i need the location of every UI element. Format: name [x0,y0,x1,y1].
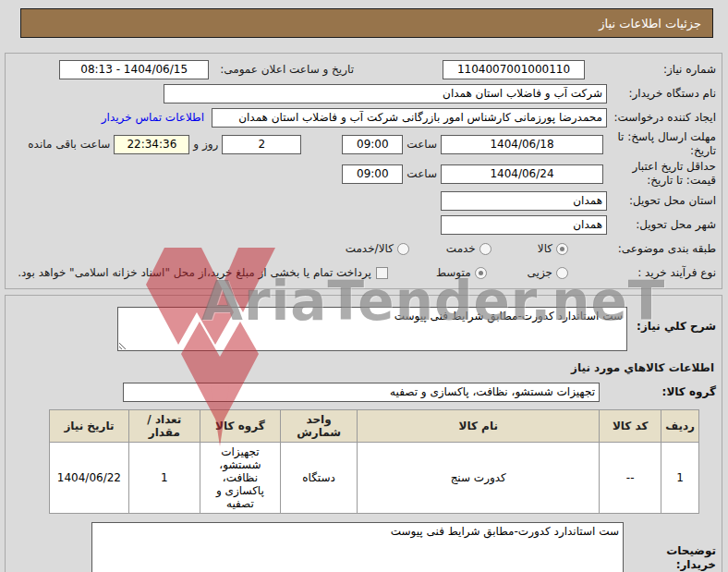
cell-quantity: 1 [128,443,200,514]
col-row-number: ردیف [661,410,699,443]
request-creator-input[interactable] [212,108,607,128]
row-need-description: شرح کلي نیاز: ست استاندارد کدورت-مطابق ش… [11,299,716,352]
radio-service[interactable] [479,243,491,255]
radio-medium-label: متوسط [436,266,471,279]
buyer-comments-textarea[interactable]: ست استاندارد کدورت-مطابق شرایط فنی پیوست [91,522,624,572]
col-quantity: تعداد / مقدار [128,410,200,443]
radio-medium[interactable] [475,267,487,279]
radio-goods-service[interactable] [397,243,409,255]
price-validity-hour-label: ساعت [406,167,437,180]
col-goods-code: کد کالا [600,410,661,443]
city-label: شهر محل تحویل: [607,218,716,232]
treasury-checkbox-label: پرداخت تمام یا بخشی از مبلغ خرید،از محل … [18,266,371,279]
price-validity-label: حداقل تاریخ اعتبار قیمت: تا تاریخ: [607,160,716,188]
row-price-validity: حداقل تاریخ اعتبار قیمت: تا تاریخ: ساعت [11,159,716,189]
row-city: شهر محل تحویل: [11,213,716,237]
cell-goods-group: تجهیزات شستشو، نظافت، پاکسازی و تصفیه [200,443,280,514]
row-process-type: نوع فرآیند خرید : جزیی متوسط پرداخت تمام… [11,261,716,285]
buyer-name-input[interactable] [164,84,607,103]
need-description-label: شرح کلي نیاز: [627,307,716,334]
need-number-input[interactable] [443,60,585,79]
process-type-label: نوع فرآیند خرید : [607,266,716,280]
cell-need-date: 1404/06/22 [50,443,129,514]
radio-goods-label: کالا [538,242,552,255]
province-input[interactable] [441,191,607,211]
price-validity-date-input[interactable] [441,164,603,184]
col-need-date: تاریخ نیاز [50,410,129,443]
reply-deadline-label: مهلت ارسال پاسخ: تا تاریخ: [607,130,716,158]
row-buyer-name: نام دستگاه خریدار: [11,81,716,105]
row-reply-deadline: مهلت ارسال پاسخ: تا تاریخ: ساعت روز و سا… [11,129,716,159]
cell-count-unit: دستگاه [280,443,357,514]
reply-deadline-hour-input[interactable] [342,135,403,154]
goods-info-groupbox: شرح کلي نیاز: ست استاندارد کدورت-مطابق ش… [5,295,722,572]
request-creator-label: ایجاد کننده درخواست: [607,111,716,125]
classification-label: طبقه بندی موضوعی: [607,242,716,256]
cell-goods-name: کدورت سنج [358,443,600,514]
announce-datetime-label: تاریخ و ساعت اعلان عمومی: [220,63,354,76]
need-number-label: شماره نیاز: [607,63,716,77]
page-title-bar: جزئیات اطلاعات نیاز [20,8,713,38]
need-description-textarea[interactable]: ست استاندارد کدورت-مطابق شرایط فنی پیوست [117,307,627,351]
radio-goods[interactable] [556,243,568,255]
remaining-days-input[interactable] [222,135,301,154]
row-buyer-comments: توضیحات خریدار: ست استاندارد کدورت-مطابق… [11,521,716,572]
remaining-countdown-input[interactable] [114,135,189,154]
city-input[interactable] [441,215,607,235]
announce-datetime-input[interactable] [59,60,209,79]
col-count-unit: واحد شمارش [280,410,357,443]
cell-goods-code: -- [600,443,661,514]
price-validity-hour-input[interactable] [342,164,403,184]
radio-goods-service-label: کالا/خدمت [346,242,394,255]
need-info-groupbox: شماره نیاز: تاریخ و ساعت اعلان عمومی: نا… [5,53,722,289]
table-row: 1 -- کدورت سنج دستگاه تجهیزات شستشو، نظا… [50,443,699,514]
reply-deadline-hour-label: ساعت [406,138,437,151]
goods-table: ردیف کد کالا نام کالا واحد شمارش گروه کا… [49,409,699,514]
row-need-number: شماره نیاز: تاریخ و ساعت اعلان عمومی: [11,57,716,81]
province-label: استان محل تحویل: [607,194,716,208]
row-province: استان محل تحویل: [11,189,716,213]
radio-minor[interactable] [556,267,568,279]
goods-group-label: گروه کالا: [627,385,716,399]
row-classification: طبقه بندی موضوعی: کالا خدمت کالا/خدمت [11,237,716,261]
col-goods-group: گروه کالا [200,410,280,443]
goods-group-input[interactable] [123,383,600,402]
buyer-comments-label: توضیحات خریدار: [624,522,716,572]
buyer-name-label: نام دستگاه خریدار: [607,87,716,101]
page-title: جزئیات اطلاعات نیاز [599,17,701,30]
row-goods-group: گروه کالا: [11,380,716,404]
radio-minor-label: جزیی [528,266,552,279]
reply-deadline-date-input[interactable] [441,135,603,154]
remaining-hours-label: ساعت باقی مانده [28,138,110,151]
col-goods-name: نام کالا [358,410,600,443]
buyer-contact-link[interactable]: اطلاعات تماس خریدار [102,111,204,124]
cell-row-number: 1 [661,443,699,514]
treasury-checkbox[interactable] [376,267,388,279]
row-request-creator: ایجاد کننده درخواست: اطلاعات تماس خریدار [11,105,716,129]
goods-table-header-row: ردیف کد کالا نام کالا واحد شمارش گروه کا… [50,410,699,443]
remaining-days-label: روز و [193,138,218,151]
goods-section-header: اطلاعات کالاهاي مورد نیاز [13,361,714,374]
radio-service-label: خدمت [446,242,476,255]
